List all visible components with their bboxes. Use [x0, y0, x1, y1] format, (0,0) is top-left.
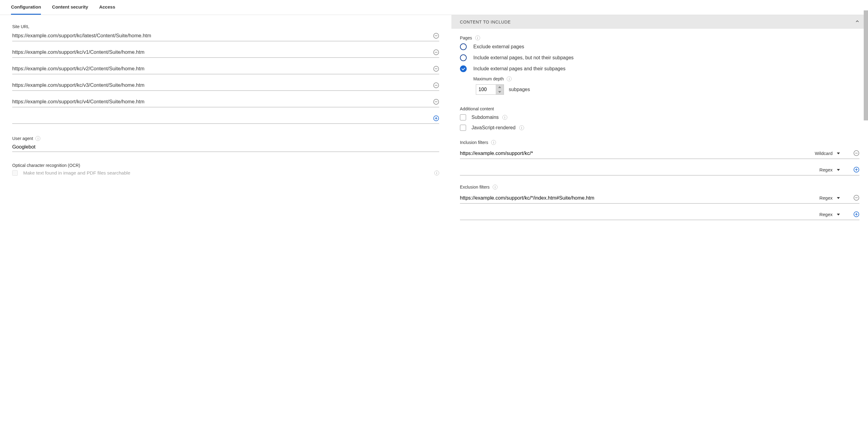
subdomains-checkbox[interactable]	[460, 114, 466, 120]
pages-radio-option[interactable]: Include external pages, but not their su…	[460, 54, 860, 61]
user-agent-label: User agent i	[12, 136, 439, 141]
exclusion-filter-type-select[interactable]: Regex	[812, 195, 842, 201]
inclusion-filters-label: Inclusion filters i	[460, 140, 860, 145]
site-url-input[interactable]	[12, 30, 430, 41]
inclusion-filter-input[interactable]	[460, 165, 808, 175]
site-url-input[interactable]	[12, 80, 430, 90]
user-agent-input[interactable]	[12, 142, 439, 152]
info-icon[interactable]: i	[493, 185, 498, 189]
chevron-up-icon[interactable]	[855, 19, 860, 25]
scrollbar[interactable]	[864, 10, 868, 120]
section-title: CONTENT TO INCLUDE	[460, 20, 511, 25]
right-panel: CONTENT TO INCLUDE Pages i Exclude exter…	[452, 15, 868, 232]
additional-content-label: Additional content	[460, 106, 860, 111]
site-url-row	[12, 30, 439, 41]
ocr-option-label: Make text found in image and PDF files s…	[23, 170, 429, 176]
max-depth-suffix: subpages	[509, 87, 530, 92]
left-panel: Site URL User agent i	[0, 15, 452, 232]
subdomains-label: Subdomains i	[471, 115, 507, 120]
info-icon[interactable]: i	[35, 136, 40, 141]
radio-label: Include external pages, but not their su…	[473, 55, 574, 61]
add-url-button[interactable]	[433, 115, 439, 121]
spinner-up-icon[interactable]	[496, 85, 504, 90]
max-depth-input[interactable]	[476, 85, 496, 94]
remove-url-button[interactable]	[433, 33, 439, 39]
js-rendered-label: JavaScript-rendered i	[471, 125, 524, 130]
info-icon[interactable]: i	[434, 171, 439, 175]
exclusion-filter-input[interactable]	[460, 209, 808, 220]
pages-label: Pages i	[460, 35, 860, 40]
remove-url-button[interactable]	[433, 82, 439, 88]
info-icon[interactable]: i	[519, 125, 524, 130]
info-icon[interactable]: i	[475, 35, 480, 40]
svg-marker-13	[498, 86, 501, 88]
remove-filter-button[interactable]	[853, 195, 860, 201]
site-url-label: Site URL	[12, 24, 439, 29]
radio-icon	[460, 54, 467, 61]
js-rendered-checkbox[interactable]	[460, 125, 466, 131]
exclusion-filters-label: Exclusion filters i	[460, 185, 860, 189]
site-url-input[interactable]	[12, 47, 430, 57]
radio-label: Include external pages and their subpage…	[473, 66, 566, 71]
exclusion-filter-row: Regex	[460, 209, 860, 220]
info-icon[interactable]: i	[502, 115, 507, 120]
inclusion-filter-type-select[interactable]: Wildcard	[812, 151, 842, 156]
tabs-bar: Configuration Content security Access	[0, 0, 868, 15]
tab-access[interactable]: Access	[99, 0, 116, 15]
pages-radio-option[interactable]: Exclude external pages	[460, 43, 860, 50]
site-url-row	[12, 47, 439, 58]
remove-url-button[interactable]	[433, 66, 439, 72]
exclusion-filter-row: Regex	[460, 192, 860, 204]
tab-content-security[interactable]: Content security	[52, 0, 88, 15]
exclusion-filter-input[interactable]	[460, 192, 808, 203]
site-url-input[interactable]	[12, 96, 430, 107]
remove-url-button[interactable]	[433, 49, 439, 55]
number-spinner[interactable]	[496, 85, 504, 94]
chevron-down-icon	[837, 152, 840, 154]
info-icon[interactable]: i	[491, 140, 496, 145]
pages-radio-option[interactable]: Include external pages and their subpage…	[460, 65, 860, 72]
chevron-down-icon	[837, 197, 840, 199]
chevron-down-icon	[837, 214, 840, 215]
site-url-row	[12, 63, 439, 74]
site-url-input-new[interactable]	[12, 113, 430, 123]
ocr-checkbox[interactable]	[12, 170, 18, 176]
add-filter-button[interactable]	[853, 211, 860, 217]
remove-url-button[interactable]	[433, 99, 439, 105]
inclusion-filter-row: Wildcard	[460, 148, 860, 159]
chevron-down-icon	[837, 169, 840, 171]
inclusion-filter-row: Regex	[460, 165, 860, 175]
tab-configuration[interactable]: Configuration	[11, 0, 41, 15]
max-depth-label: Maximum depth i	[473, 77, 860, 81]
remove-filter-button[interactable]	[853, 150, 860, 156]
radio-icon	[460, 43, 467, 50]
info-icon[interactable]: i	[507, 77, 512, 81]
radio-icon	[460, 65, 467, 72]
spinner-down-icon[interactable]	[496, 90, 504, 94]
ocr-label: Optical character recognition (OCR)	[12, 163, 439, 168]
exclusion-filter-type-select[interactable]: Regex	[812, 212, 842, 217]
add-filter-button[interactable]	[853, 167, 860, 173]
site-url-row	[12, 96, 439, 107]
site-url-row	[12, 80, 439, 91]
inclusion-filter-input[interactable]	[460, 148, 808, 159]
section-header-content-to-include[interactable]: CONTENT TO INCLUDE	[452, 15, 868, 29]
inclusion-filter-type-select[interactable]: Regex	[812, 167, 842, 172]
site-url-input[interactable]	[12, 63, 430, 74]
radio-label: Exclude external pages	[473, 44, 524, 50]
site-url-add-row	[12, 113, 439, 124]
svg-marker-14	[498, 91, 501, 93]
